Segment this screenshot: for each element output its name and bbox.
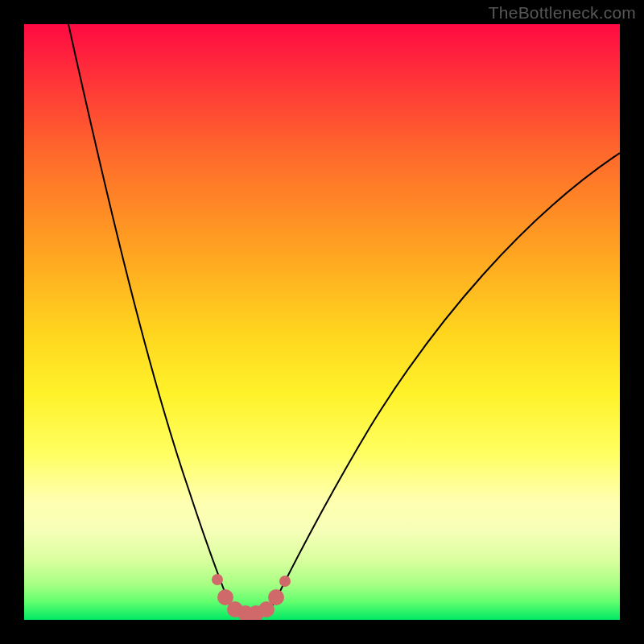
curve-right bbox=[274, 153, 620, 604]
curve-left bbox=[68, 24, 229, 604]
svg-point-7 bbox=[279, 576, 291, 587]
svg-point-6 bbox=[268, 589, 284, 605]
bottleneck-curve bbox=[24, 24, 620, 620]
chart-area bbox=[24, 24, 620, 620]
watermark-text: TheBottleneck.com bbox=[489, 3, 636, 23]
svg-point-0 bbox=[212, 574, 223, 585]
highlight-markers bbox=[212, 574, 291, 620]
